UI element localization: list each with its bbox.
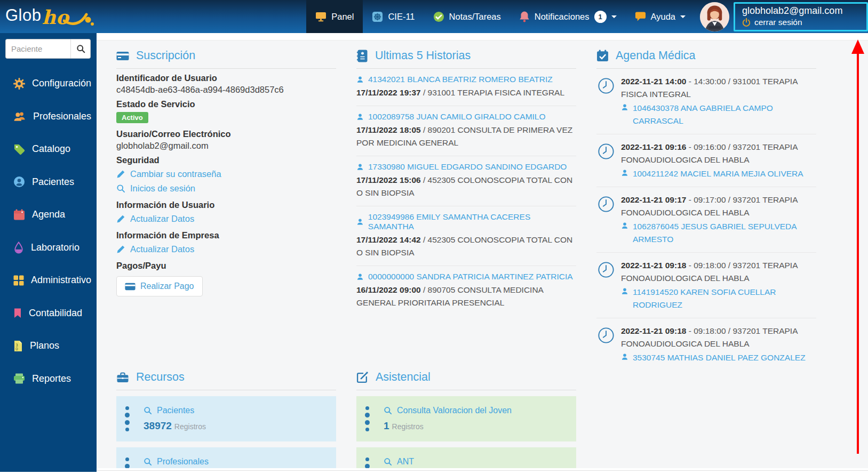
tab-ayuda[interactable]: Ayuda <box>626 0 695 33</box>
bookmark-icon <box>13 308 22 318</box>
ellipsis-v-icon <box>125 457 130 468</box>
sidebar-item-label: Profesionales <box>33 111 91 122</box>
patient-link-label: 17330980 MIGUEL EDGARDO SANDINO EDGARDO <box>368 162 567 172</box>
user-circle-icon <box>13 176 25 188</box>
patient-link-label: 41342021 BLANCA BEATRIZ ROMERO BEATRIZ <box>368 75 553 84</box>
patient-link[interactable]: 1062876045 JESUS GABRIEL SEPULVEDA ARMES… <box>621 220 816 246</box>
sidebar-item-pacientes[interactable]: Pacientes <box>0 166 97 199</box>
file-invoice-icon: 3 0 <box>13 340 23 352</box>
globho-logo[interactable]: Glob ho <box>0 3 101 30</box>
logout-button[interactable]: cerrar sesión <box>742 18 862 27</box>
patient-link[interactable]: 1023949986 EMILY SAMANTHA CACERES SAMANT… <box>356 212 576 231</box>
patient-link[interactable]: 1004211242 MACIEL MARIA MEJIA OLIVERA <box>621 167 816 180</box>
user-id-label: Identificador de Usuario <box>116 73 336 83</box>
cie11-book-icon <box>372 11 383 22</box>
sidebar-item-configuracion[interactable]: Configuración <box>0 67 97 100</box>
tab-panel[interactable]: Panel <box>306 0 363 33</box>
sidebar-item-label: Configuración <box>32 78 91 89</box>
person-icon <box>356 76 364 83</box>
gear-icon <box>13 78 25 90</box>
patient-link[interactable]: 41342021 BLANCA BEATRIZ ROMERO BEATRIZ <box>356 75 576 84</box>
tab-notas-label: Notas/Tareas <box>449 12 501 22</box>
update-user-link[interactable]: Actualizar Datos <box>116 212 336 226</box>
record-count: 1Registros <box>384 420 512 432</box>
sidebar-item-label: Laboratorio <box>31 242 79 253</box>
change-password-label: Cambiar su contraseña <box>130 169 221 179</box>
tab-cie11[interactable]: CIE-11 <box>363 0 424 33</box>
sidebar-item-label: Agenda <box>32 209 65 220</box>
account-box[interactable]: globholab2@gmail.com cerrar sesión <box>734 2 868 31</box>
sidebar-item-reportes[interactable]: Reportes <box>0 363 97 396</box>
service-state-label: Estado de Servicio <box>116 99 336 109</box>
resource-link[interactable]: Profesionales <box>144 457 209 467</box>
logo-swoosh-icon <box>63 10 96 27</box>
clock-icon <box>598 143 615 160</box>
search-button[interactable] <box>70 39 91 59</box>
update-company-link[interactable]: Actualizar Datos <box>116 242 336 256</box>
patient-link[interactable]: 0000000000 SANDRA PATRICIA MARTINEZ PATR… <box>356 272 576 282</box>
care-link[interactable]: Consulta Valoracion del Joven <box>384 406 512 415</box>
agenda-item-time: 2022-11-21 09:18 - 09:18:00 / 937201 TER… <box>621 325 816 350</box>
patient-link[interactable]: 1141914520 KAREN SOFIA CUELLAR RODRIGUEZ <box>621 286 816 311</box>
resources-header: Recursos <box>116 371 336 390</box>
pay-button[interactable]: Realizar Pago <box>116 276 203 296</box>
agenda-item-body: 2022-11-21 09:17 - 09:17:00 / 937201 TER… <box>621 194 816 246</box>
agenda-item-time: 2022-11-21 09:17 - 09:17:00 / 937201 TER… <box>621 194 816 219</box>
resource-card-pacientes: Pacientes 38972Registros <box>116 396 336 441</box>
company-info-label: Información de Empresa <box>116 230 336 240</box>
patient-link[interactable]: 17330980 MIGUEL EDGARDO SANDINO EDGARDO <box>356 162 576 172</box>
tab-notificaciones[interactable]: Notificaciones 1 <box>510 0 626 33</box>
ellipsis-v-icon <box>365 406 370 431</box>
globho-dashboard: Glob ho Panel <box>0 0 868 474</box>
patient-link[interactable]: 3530745 MATHIAS DANIEL PAEZ GONZALEZ <box>621 351 816 364</box>
care-link[interactable]: ANT <box>384 457 424 467</box>
logins-label: Inicios de sesión <box>130 183 195 194</box>
resource-link[interactable]: Pacientes <box>144 406 206 415</box>
logins-link[interactable]: Inicios de sesión <box>116 181 336 196</box>
agenda-header: Agenda Médica <box>596 49 816 69</box>
user-avatar[interactable] <box>700 2 729 31</box>
change-password-link[interactable]: Cambiar su contraseña <box>116 167 336 181</box>
sidebar-item-laboratorio[interactable]: Laboratorio <box>0 231 97 264</box>
resource-card-profesionales: Profesionales 18Registros <box>116 447 336 468</box>
content-top-strip <box>97 33 868 41</box>
sidebar-item-profesionales[interactable]: Profesionales <box>0 100 97 133</box>
user-id-value: c48454db-ae63-486a-a994-4869d3d857c6 <box>116 85 336 95</box>
care-link-label: ANT <box>397 457 414 467</box>
user-email: globholab2@gmail.com <box>742 5 862 17</box>
sidebar-item-contabilidad[interactable]: Contabilidad <box>0 297 97 330</box>
sidebar-item-agenda[interactable]: Agenda <box>0 198 97 231</box>
sidebar-item-administrativo[interactable]: Administrativo <box>0 264 97 297</box>
person-icon <box>621 353 628 360</box>
pay-button-label: Realizar Pago <box>140 282 194 291</box>
update-company-label: Actualizar Datos <box>130 244 194 254</box>
sidebar: Configuración Profesionales Catalogo <box>0 33 97 472</box>
person-icon <box>621 103 628 111</box>
section-title: Recursos <box>136 371 185 384</box>
person-icon <box>621 222 628 229</box>
patient-link-label: 0000000000 SANDRA PATRICIA MARTINEZ PATR… <box>368 272 573 282</box>
printer-icon <box>13 373 25 384</box>
history-detail: 17/11/2022 14:42 / 452305 COLONOSCOPIA T… <box>356 234 576 259</box>
security-label: Seguridad <box>116 155 336 165</box>
patient-link[interactable]: 1046430378 ANA GABRIELA CAMPO CARRASCAL <box>621 102 816 127</box>
tab-notas-tareas[interactable]: Notas/Tareas <box>424 0 510 33</box>
care-card-ant: ANT 1Registros <box>356 447 576 468</box>
patient-link[interactable]: 1002089758 JUAN CAMILO GIRALDO CAMILO <box>356 112 576 122</box>
sidebar-item-catalogo[interactable]: Catalogo <box>0 133 97 166</box>
droplet-icon <box>13 242 24 254</box>
section-title: Ultimas 5 Historias <box>375 49 471 62</box>
logo-text-glob: Glob <box>5 6 41 25</box>
sidebar-item-planos[interactable]: 3 0 Planos <box>0 330 97 363</box>
person-icon <box>356 273 364 280</box>
sidebar-item-label: Planos <box>30 340 59 351</box>
notifications-count-badge: 1 <box>594 11 607 23</box>
section-title: Asistencial <box>376 371 431 384</box>
subscription-header: Suscripción <box>116 49 336 69</box>
sidebar-item-label: Catalogo <box>32 143 70 155</box>
email-value: globholab2@gmail.com <box>116 141 336 151</box>
agenda-item: 2022-11-21 09:18 - 09:18:00 / 937201 TER… <box>596 318 816 371</box>
search-input[interactable] <box>5 39 70 59</box>
top-navbar: Glob ho Panel <box>0 0 868 33</box>
tab-ayuda-label: Ayuda <box>651 12 676 22</box>
